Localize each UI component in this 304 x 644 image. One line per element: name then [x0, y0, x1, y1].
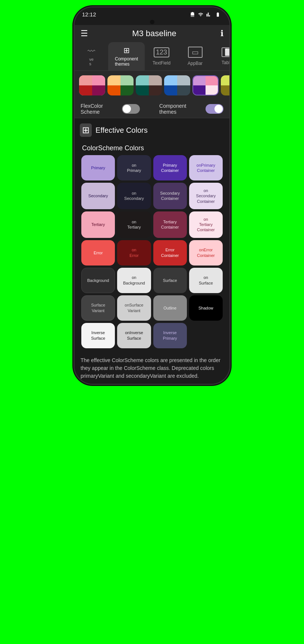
- tab-textfield-label: TextField: [153, 60, 170, 66]
- camera-area: [75, 19, 229, 25]
- wifi-icon: [197, 12, 204, 17]
- status-time: 12:12: [82, 11, 96, 18]
- swatch-4[interactable]: [192, 75, 219, 95]
- chip-on-tertiary-container: onTertiaryContainer: [189, 211, 223, 238]
- tab-waves-label: ves: [89, 57, 94, 66]
- tab-appbar[interactable]: ▭ AppBar: [178, 42, 212, 70]
- chip-on-surface: onSurface: [189, 268, 223, 293]
- chip-shadow: Shadow: [189, 295, 223, 321]
- battery-icon: [214, 12, 222, 17]
- flex-color-toggle-knob: [123, 105, 131, 113]
- swatch-5[interactable]: [221, 75, 229, 95]
- flex-color-label: FlexColor Scheme: [81, 103, 103, 115]
- color-grid: Primary onPrimary PrimaryContainer onPri…: [80, 155, 224, 348]
- toggles-row: FlexColor Scheme Component themes: [75, 100, 229, 118]
- chip-on-surface-variant: onSurfaceVariant: [117, 295, 151, 321]
- chip-on-inverse-surface: onInverseSurface: [117, 323, 151, 348]
- swatch-2[interactable]: [136, 75, 162, 95]
- section-icon: ⊞: [80, 123, 92, 137]
- section-title: Effective Colors: [95, 126, 148, 135]
- flex-color-toggle[interactable]: [122, 104, 140, 114]
- chip-secondary-container: SecondaryContainer: [153, 183, 187, 209]
- swatch-1[interactable]: [107, 75, 134, 95]
- chip-on-error: onError: [117, 240, 151, 266]
- chip-tertiary: Tertiary: [81, 211, 115, 238]
- tabbar-icon: ⬜: [222, 47, 229, 57]
- section-header: ⊞ Effective Colors: [80, 123, 224, 137]
- chip-on-primary: onPrimary: [117, 155, 151, 180]
- menu-icon[interactable]: ☰: [81, 29, 88, 38]
- tabs-bar: 〰 ves ⊞ Componentthemes 123 TextField ▭ …: [75, 42, 229, 71]
- chip-on-secondary: onSecondary: [117, 183, 151, 209]
- theme-selector: [75, 71, 229, 100]
- tab-component-themes[interactable]: ⊞ Componentthemes: [108, 42, 145, 70]
- subsection-title: ColorScheme Colors: [80, 141, 224, 155]
- notification-icon: [189, 12, 195, 18]
- chip-secondary: Secondary: [81, 183, 115, 209]
- chip-primary-container: PrimaryContainer: [153, 155, 187, 180]
- chip-surface-variant: SurfaceVariant: [81, 295, 115, 321]
- tab-appbar-label: AppBar: [188, 61, 203, 66]
- chip-surface: Surface: [153, 268, 187, 293]
- component-themes-icon: ⊞: [123, 46, 130, 55]
- chip-on-tertiary: onTertiary: [117, 211, 151, 238]
- camera-dot: [150, 20, 154, 24]
- tab-tabbar[interactable]: ⬜ TabBar: [212, 42, 229, 70]
- textfield-icon: 123: [154, 47, 169, 57]
- chip-tertiary-container: TertiaryContainer: [153, 211, 187, 238]
- status-icons: [189, 12, 222, 18]
- chip-on-primary-container: onPrimaryContainer: [189, 155, 223, 180]
- appbar-icon: ▭: [188, 47, 203, 58]
- top-bar: ☰ M3 baseline ℹ: [75, 25, 229, 42]
- swatch-0[interactable]: [79, 75, 105, 95]
- tab-waves[interactable]: 〰 ves: [75, 42, 108, 70]
- phone-screen: 12:12 ☰ M3 baseline ℹ 〰: [75, 7, 229, 384]
- component-themes-toggle-label: Component themes: [159, 103, 186, 115]
- tab-tabbar-label: TabBar: [222, 60, 229, 65]
- chip-inverse-primary: InversePrimary: [153, 323, 187, 348]
- effective-colors-section: ⊞ Effective Colors ColorScheme Colors Pr…: [75, 118, 229, 351]
- chip-on-secondary-container: onSecondaryContainer: [189, 183, 223, 209]
- signal-icon: [206, 12, 212, 17]
- tab-component-themes-label: Componentthemes: [115, 56, 138, 67]
- app-title: M3 baseline: [132, 29, 176, 38]
- chip-outline: Outline: [153, 295, 187, 321]
- chip-error: Error: [81, 240, 115, 266]
- chip-error-container: ErrorContainer: [153, 240, 187, 266]
- main-scroll[interactable]: FlexColor Scheme Component themes ⊞ Effe…: [75, 71, 229, 384]
- component-themes-toggle-knob: [214, 105, 223, 113]
- component-themes-toggle[interactable]: [206, 104, 223, 114]
- footer-text: The effective ColorScheme colors are pre…: [75, 351, 229, 384]
- chip-background: Background: [81, 268, 115, 293]
- tab-textfield[interactable]: 123 TextField: [145, 42, 178, 70]
- chip-primary: Primary: [81, 155, 115, 180]
- chip-inverse-surface: InverseSurface: [81, 323, 115, 348]
- waves-icon: 〰: [88, 47, 95, 56]
- chip-on-background: onBackground: [117, 268, 151, 293]
- chip-on-error-container: onErrorContainer: [189, 240, 223, 266]
- swatch-3[interactable]: [164, 75, 190, 95]
- phone-frame: 12:12 ☰ M3 baseline ℹ 〰: [75, 7, 229, 384]
- chip-placeholder: [189, 323, 223, 348]
- status-bar: 12:12: [75, 7, 229, 19]
- info-icon[interactable]: ℹ: [220, 29, 223, 38]
